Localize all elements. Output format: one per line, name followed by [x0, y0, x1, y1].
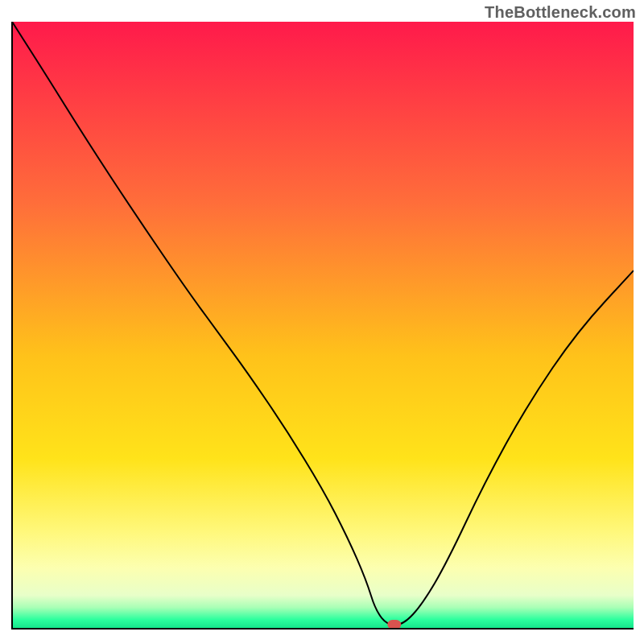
chart-svg [0, 0, 644, 644]
watermark-text: TheBottleneck.com [485, 3, 636, 22]
gradient-background [12, 22, 634, 629]
chart-container: TheBottleneck.com [0, 0, 644, 644]
optimal-point-marker [387, 620, 401, 629]
